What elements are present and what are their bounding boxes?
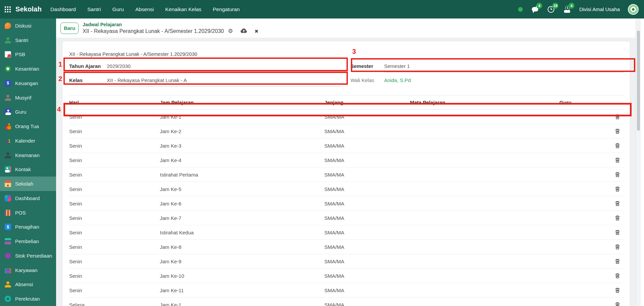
delete-row-button[interactable] [614,287,620,294]
delete-row-button[interactable] [614,171,620,178]
cell-jam-pelajaran: Jam Ke-11 [160,283,324,298]
schedule-row[interactable]: SeninJam Ke-2SMA/MA [69,124,624,139]
schedule-row[interactable]: SeninJam Ke-3SMA/MA [69,139,624,153]
sidebar-item-diskusi[interactable]: Diskusi [0,18,56,33]
sidebar-item-karyawan[interactable]: Karyawan [0,263,56,277]
cloud-upload-icon[interactable] [240,28,247,34]
messages-icon[interactable]: 4 [531,5,539,13]
trash-icon [615,202,620,207]
apps-grid-icon[interactable] [5,6,11,12]
cell-guru [559,182,606,196]
cell-jenjang: SMA/MA [324,196,410,211]
schedule-row[interactable]: SeninJam Ke-6SMA/MA [69,196,624,211]
schedule-row[interactable]: SeninJam Ke-7SMA/MA [69,211,624,225]
schedule-row[interactable]: SeninJam Ke-11SMA/MA [69,283,624,298]
nav-item-pengaturan[interactable]: Pengaturan [213,6,240,12]
delete-row-button[interactable] [614,113,620,120]
sidebar-item-penagihan[interactable]: Penagihan [0,220,56,234]
sidebar-item-pembelian[interactable]: Pembelian [0,234,56,248]
sidebar-item-label: Dashboard [15,195,40,201]
activities-icon[interactable]: 19 [547,5,555,13]
delete-row-button[interactable] [614,128,620,135]
nav-item-santri[interactable]: Santri [87,6,101,12]
payroll-icon[interactable]: 4 [563,5,571,13]
nav-item-absensi[interactable]: Absensi [135,6,154,12]
nav-item-dashboard[interactable]: Dashboard [50,6,76,12]
delete-row-button[interactable] [614,243,620,250]
sidebar-item-dashboard[interactable]: Dashboard [0,191,56,205]
cell-actions [606,139,624,153]
app-window: Sekolah Dashboard Santri Guru Absensi Ke… [0,0,644,306]
sidebar-item-keamanan[interactable]: Keamanan [0,148,56,162]
sidebar-item-santri[interactable]: Santri [0,33,56,47]
brand-title: Sekolah [15,5,42,13]
sidebar-item-kesantrian[interactable]: Kesantrian [0,62,56,76]
trash-icon [615,159,620,164]
gear-icon[interactable]: ⚙ [228,28,233,34]
cell-jam-pelajaran: Jam Ke-5 [160,182,324,196]
schedule-row[interactable]: SeninJam Ke-4SMA/MA [69,153,624,167]
delete-row-button[interactable] [614,229,620,236]
scrollbar-thumb[interactable] [637,31,640,131]
top-navbar: Sekolah Dashboard Santri Guru Absensi Ke… [0,0,644,18]
santri-icon [5,37,11,43]
sidebar-item-kalender[interactable]: Kalender [0,133,56,148]
sidebar-item-label: Santri [15,37,28,43]
cell-hari: Senin [69,167,160,182]
kontak-icon [5,166,11,173]
new-record-button[interactable]: Baru [60,23,79,34]
field-tahun-ajaran: Tahun Ajaran 2029/2030 [69,63,342,77]
nav-item-kenaikan-kelas[interactable]: Kenaikan Kelas [165,6,201,12]
schedule-row[interactable]: SeninJam Ke-8SMA/MA [69,240,624,254]
sidebar-item-sekolah[interactable]: Sekolah [0,177,56,191]
schedule-table: Hari Jam Pelajaran Jenjang Mata Pelajara… [69,95,624,306]
sidebar-item-kontak[interactable]: Kontak [0,162,56,177]
close-icon[interactable]: ✖ [255,29,259,34]
cell-mata-pelajaran [410,196,559,211]
delete-row-button[interactable] [614,157,620,163]
sidebar-item-label: Guru [15,109,26,115]
schedule-row[interactable]: SelasaJam Ke-1SMA/MA [69,298,624,306]
delete-row-button[interactable] [614,142,620,149]
cell-jenjang: SMA/MA [324,269,410,283]
delete-row-button[interactable] [614,301,620,306]
schedule-row[interactable]: SeninIstirahat KeduaSMA/MA [69,225,624,240]
semester-input[interactable]: Semester 1 [384,63,623,72]
delete-row-button[interactable] [614,186,620,192]
delete-row-button[interactable] [614,272,620,279]
cell-jenjang: SMA/MA [324,254,410,269]
delete-row-button[interactable] [614,215,620,221]
vertical-scrollbar[interactable] [636,18,641,306]
schedule-row[interactable]: SeninJam Ke-9SMA/MA [69,254,624,269]
cell-guru [559,254,606,269]
user-menu[interactable]: Divisi Amal Usaha [579,6,620,12]
sidebar-item-keuangan[interactable]: Keuangan [0,76,56,90]
schedule-row[interactable]: SeninJam Ke-5SMA/MA [69,182,624,196]
activities-badge: 19 [552,3,558,9]
trash-icon [615,260,620,265]
nav-item-guru[interactable]: Guru [112,6,124,12]
cell-guru [559,124,606,139]
absensi-icon [5,281,11,288]
kelas-input[interactable]: XII - Rekayasa Perangkat Lunak - A [107,77,342,86]
delete-row-button[interactable] [614,258,620,265]
delete-row-button[interactable] [614,200,620,207]
sidebar-item-musyrif[interactable]: Musyrif [0,90,56,105]
schedule-row[interactable]: SeninJam Ke-1SMA/MA [69,110,624,124]
sidebar-item-psb[interactable]: PSB [0,47,56,62]
sidebar-item-stok-persediaan[interactable]: Stok Persediaan [0,248,56,263]
sidebar-item-perekrutan[interactable]: Perekrutan [0,292,56,306]
cell-jenjang: SMA/MA [324,139,410,153]
schedule-row[interactable]: SeninIstirahat PertamaSMA/MA [69,167,624,182]
wali-kelas-link[interactable]: Anida, S.Pd [384,77,623,86]
sidebar-item-absensi[interactable]: Absensi [0,277,56,292]
dashboard-icon [5,195,11,201]
sidebar-item-pos[interactable]: POS [0,205,56,220]
schedule-table-header: Hari Jam Pelajaran Jenjang Mata Pelajara… [69,95,624,110]
cell-jam-pelajaran: Jam Ke-7 [160,211,324,225]
tahun-ajaran-input[interactable]: 2029/2030 [107,63,342,72]
avatar[interactable] [628,4,639,15]
sidebar-item-guru[interactable]: Guru [0,105,56,119]
schedule-row[interactable]: SeninJam Ke-10SMA/MA [69,269,624,283]
sidebar-item-orang-tua[interactable]: Orang Tua [0,119,56,133]
